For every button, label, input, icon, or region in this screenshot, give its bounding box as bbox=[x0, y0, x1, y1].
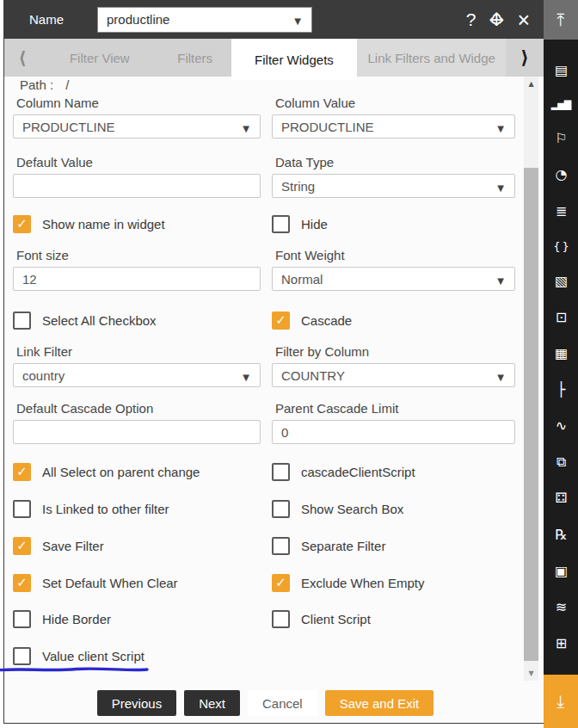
dialog-body: Filter View Filters Filter Widgets Link … bbox=[3, 39, 544, 724]
tab-filters[interactable]: Filters bbox=[159, 39, 231, 77]
scroll-to-top-icon[interactable]: ⤒ bbox=[544, 0, 578, 40]
document-icon[interactable]: ≣ bbox=[556, 205, 566, 219]
checkbox-label: Cascade bbox=[301, 313, 352, 328]
exclude-when-empty-checkbox[interactable]: Exclude When Empty bbox=[272, 573, 515, 592]
checkbox-label: Save Filter bbox=[42, 539, 104, 553]
checkbox-row: All Select on parent change cascadeClien… bbox=[13, 462, 518, 481]
tab-filter-view[interactable]: Filter View bbox=[40, 39, 159, 77]
cubes-icon[interactable]: ⚃ bbox=[556, 491, 567, 505]
trend-chart-icon[interactable]: ∿ bbox=[556, 419, 566, 433]
money-window-icon[interactable]: ⊡ bbox=[556, 311, 566, 324]
vertical-scrollbar[interactable] bbox=[524, 76, 538, 681]
default-cascade-option-input[interactable] bbox=[13, 420, 261, 444]
hierarchy-icon[interactable]: ├ bbox=[557, 383, 565, 397]
set-default-when-clear-checkbox[interactable]: Set Default When Clear bbox=[13, 573, 261, 592]
value-client-script-checkbox[interactable]: Value client Script bbox=[13, 646, 261, 665]
all-select-on-parent-change-checkbox[interactable]: All Select on parent change bbox=[13, 462, 261, 481]
checkbox-box[interactable] bbox=[13, 574, 31, 592]
checkbox-label: Separate Filter bbox=[301, 539, 385, 553]
hide-border-checkbox[interactable]: Hide Border bbox=[13, 609, 261, 628]
scroll-to-bottom-icon[interactable]: ⤓ bbox=[544, 675, 578, 728]
checkbox-box[interactable] bbox=[272, 312, 290, 330]
tabs-scroll-left-icon[interactable] bbox=[4, 39, 40, 77]
data-type-select[interactable]: String bbox=[272, 174, 515, 198]
parent-cascade-limit-input[interactable] bbox=[272, 420, 515, 444]
bar-chart-icon[interactable]: ▂▅▇ bbox=[551, 100, 570, 109]
copy-pages-icon[interactable]: ⧉ bbox=[556, 455, 565, 469]
pie-report-icon[interactable]: ◔ bbox=[556, 168, 567, 182]
client-script-checkbox[interactable]: Client Script bbox=[272, 609, 515, 628]
checkbox-box[interactable] bbox=[272, 610, 290, 628]
chevron-down-icon bbox=[243, 368, 249, 383]
checkbox-box[interactable] bbox=[272, 215, 290, 233]
save-document-icon[interactable]: ▣ bbox=[555, 565, 567, 578]
chevron-down-icon bbox=[243, 120, 249, 134]
checkbox-label: cascadeClientScript bbox=[301, 465, 415, 479]
checkbox-box[interactable] bbox=[13, 312, 31, 330]
cascade-client-script-checkbox[interactable]: cascadeClientScript bbox=[272, 462, 515, 481]
select-all-checkbox[interactable]: Select All Checkbox bbox=[13, 311, 261, 330]
hide-checkbox[interactable]: Hide bbox=[272, 214, 515, 233]
link-filter-select[interactable]: country bbox=[13, 363, 261, 387]
scrollbar-down-icon[interactable] bbox=[524, 667, 538, 679]
close-icon[interactable]: × bbox=[517, 11, 530, 28]
table-document-icon[interactable]: ▦ bbox=[555, 347, 567, 361]
checkbox-box[interactable] bbox=[13, 463, 31, 481]
chevron-down-icon bbox=[497, 179, 504, 194]
rx-script-icon[interactable]: ℞ bbox=[555, 528, 566, 542]
select-value: PRODUCTLINE bbox=[281, 120, 374, 134]
column-name-select[interactable]: PRODUCTLINE bbox=[13, 114, 261, 139]
show-name-in-widget-checkbox[interactable]: Show name in widget bbox=[13, 214, 261, 233]
separate-filter-checkbox[interactable]: Separate Filter bbox=[272, 536, 515, 555]
checkbox-row: Value client Script bbox=[13, 646, 518, 665]
save-filter-checkbox[interactable]: Save Filter bbox=[13, 536, 261, 555]
checkbox-box[interactable] bbox=[13, 500, 31, 518]
tabs-scroll-right-icon[interactable] bbox=[506, 39, 544, 77]
field-label: Font Weight bbox=[272, 248, 515, 262]
checkbox-box[interactable] bbox=[272, 537, 290, 555]
checkbox-box[interactable] bbox=[13, 215, 31, 233]
checkbox-box[interactable] bbox=[272, 463, 290, 481]
dashboard-panel-icon[interactable]: ▤ bbox=[555, 64, 567, 77]
checkbox-label: Hide bbox=[301, 217, 328, 231]
next-button[interactable]: Next bbox=[184, 690, 240, 716]
map-icon[interactable]: ⚐ bbox=[555, 132, 566, 145]
titlebar-actions: ? × bbox=[466, 9, 535, 30]
move-icon[interactable] bbox=[487, 9, 506, 30]
checkbox-box[interactable] bbox=[272, 500, 290, 518]
column-value-select[interactable]: PRODUCTLINE bbox=[272, 114, 515, 139]
font-size-input[interactable] bbox=[13, 267, 261, 291]
tab-filter-widgets[interactable]: Filter Widgets bbox=[231, 39, 358, 80]
scrollbar-thumb[interactable] bbox=[524, 168, 538, 661]
layers-icon[interactable]: ≋ bbox=[556, 601, 566, 614]
scrollbar-up-icon[interactable] bbox=[524, 77, 538, 89]
form-row: Font size Font Weight Normal bbox=[13, 248, 518, 291]
is-linked-to-other-filter-checkbox[interactable]: Is Linked to other filter bbox=[13, 499, 261, 518]
help-icon[interactable]: ? bbox=[466, 9, 477, 30]
save-and-exit-button[interactable]: Save and Exit bbox=[325, 690, 434, 716]
annotation-underline bbox=[0, 665, 151, 674]
font-weight-group: Font Weight Normal bbox=[272, 248, 515, 291]
name-dropdown[interactable]: productline bbox=[97, 7, 312, 33]
right-icon-rail: ⤒ ▤ ▂▅▇ ⚐ ◔ ≣ { } ▧ ⊡ ▦ ├ ∿ ⧉ ⚃ ℞ ▣ ≋ ⊞ … bbox=[544, 0, 578, 728]
checkbox-label: Hide Border bbox=[42, 612, 111, 626]
checkbox-box[interactable] bbox=[272, 574, 290, 592]
checkbox-label: Show Search Box bbox=[301, 502, 403, 516]
checkbox-box[interactable] bbox=[13, 610, 31, 628]
filter-by-column-select[interactable]: COUNTRY bbox=[272, 363, 515, 387]
checkbox-box[interactable] bbox=[13, 647, 31, 665]
cascade-checkbox[interactable]: Cascade bbox=[272, 311, 515, 330]
data-type-group: Data Type String bbox=[272, 155, 515, 198]
image-icon[interactable]: ▧ bbox=[555, 275, 567, 288]
checkbox-box[interactable] bbox=[13, 537, 31, 555]
font-weight-select[interactable]: Normal bbox=[272, 267, 515, 291]
tab-link-filters-and-widgets[interactable]: Link Filters and Widge bbox=[357, 39, 506, 77]
previous-button[interactable]: Previous bbox=[97, 690, 176, 716]
add-widget-icon[interactable]: ⊞ bbox=[556, 637, 566, 651]
default-value-input[interactable] bbox=[13, 174, 261, 198]
field-label: Font size bbox=[13, 248, 261, 262]
show-search-box-checkbox[interactable]: Show Search Box bbox=[272, 499, 515, 518]
chevron-down-icon bbox=[497, 272, 504, 287]
code-braces-icon[interactable]: { } bbox=[553, 241, 569, 252]
cancel-button[interactable]: Cancel bbox=[248, 690, 317, 716]
